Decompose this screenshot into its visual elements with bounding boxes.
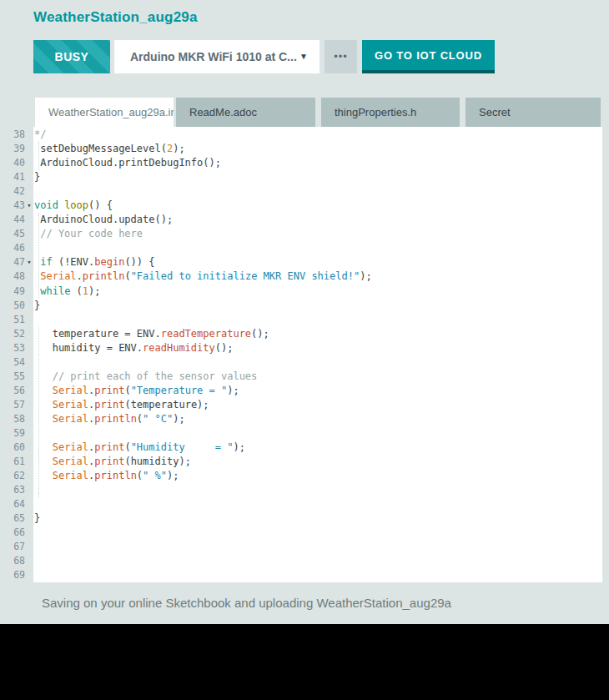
code-text[interactable]: humidity = ENV.readHumidity(); <box>33 341 602 355</box>
code-line[interactable]: 41} <box>0 170 602 184</box>
code-text[interactable]: Serial.print("Temperature = "); <box>33 384 602 398</box>
code-text[interactable]: if (!ENV.begin()) { <box>33 255 602 269</box>
line-number: 52 <box>0 327 25 341</box>
editor-tabs: WeatherStation_aug29a.inoReadMe.adocthin… <box>0 98 609 127</box>
code-text[interactable] <box>33 497 602 511</box>
more-options-button[interactable]: ••• <box>325 40 357 73</box>
gutter-spacer <box>25 128 33 142</box>
code-text[interactable] <box>33 355 602 370</box>
gutter-spacer <box>25 398 33 412</box>
code-line[interactable]: 45 // Your code here <box>0 227 602 241</box>
code-line[interactable]: 40 ArduinoCloud.printDebugInfo(); <box>0 156 602 170</box>
code-line[interactable]: 46 <box>0 241 602 255</box>
code-text[interactable]: Serial.println(" °C"); <box>33 412 602 426</box>
line-number: 45 <box>0 227 25 241</box>
code-text[interactable] <box>33 540 602 554</box>
code-text[interactable]: // Your code here <box>33 227 602 241</box>
code-text[interactable]: // print each of the sensor values <box>33 370 602 384</box>
code-text[interactable]: } <box>33 170 602 184</box>
gutter-spacer <box>25 213 33 227</box>
gutter-spacer <box>25 511 33 526</box>
gutter-spacer <box>25 355 33 370</box>
code-text[interactable] <box>33 483 602 497</box>
code-line[interactable]: 38*/ <box>0 128 602 142</box>
code-line[interactable]: 65} <box>0 511 602 526</box>
code-text[interactable] <box>33 568 602 582</box>
code-line[interactable]: 55 // print each of the sensor values <box>0 370 602 384</box>
gutter-spacer <box>25 370 33 384</box>
code-line[interactable]: 43▾void loop() { <box>0 199 602 213</box>
go-to-iot-cloud-button[interactable]: GO TO IOT CLOUD <box>362 40 495 73</box>
tab-ReadMe.adoc[interactable]: ReadMe.adoc <box>176 98 315 127</box>
code-text[interactable] <box>33 241 602 255</box>
code-line[interactable]: 49 while (1); <box>0 285 602 299</box>
code-text[interactable]: } <box>33 299 602 313</box>
status-message: Saving on your online Sketchbook and upl… <box>42 582 451 624</box>
line-number: 46 <box>0 241 25 255</box>
code-line[interactable]: 44 ArduinoCloud.update(); <box>0 213 602 227</box>
line-number: 56 <box>0 384 25 398</box>
fold-arrow-icon[interactable]: ▾ <box>25 199 33 213</box>
code-line[interactable]: 61 Serial.print(humidity); <box>0 455 602 469</box>
busy-button[interactable]: BUSY <box>33 40 110 73</box>
code-text[interactable]: setDebugMessageLevel(2); <box>33 142 602 156</box>
code-text[interactable]: ArduinoCloud.printDebugInfo(); <box>33 156 602 170</box>
code-text[interactable]: Serial.println("Failed to initialize MKR… <box>33 269 602 284</box>
gutter-spacer <box>25 285 33 299</box>
gutter-spacer <box>25 412 33 426</box>
code-line[interactable]: 60 Serial.print("Humidity = "); <box>0 441 602 455</box>
tab-Secret[interactable]: Secret <box>466 98 601 127</box>
code-line[interactable]: 64 <box>0 497 602 511</box>
code-text[interactable]: Serial.print(humidity); <box>33 455 602 469</box>
gutter-spacer <box>25 156 33 170</box>
code-text[interactable]: Serial.print("Humidity = "); <box>33 441 602 455</box>
code-text[interactable] <box>33 554 602 568</box>
code-line[interactable]: 68 <box>0 554 602 568</box>
line-number: 43 <box>0 199 25 213</box>
code-line[interactable]: 58 Serial.println(" °C"); <box>0 412 602 426</box>
line-number: 48 <box>0 269 25 284</box>
code-line[interactable]: 69 <box>0 568 602 582</box>
code-text[interactable]: temperature = ENV.readTemperature(); <box>33 327 602 341</box>
code-text[interactable]: void loop() { <box>33 199 602 213</box>
line-number: 61 <box>0 455 25 469</box>
code-line[interactable]: 59 <box>0 426 602 441</box>
code-text[interactable] <box>33 426 602 441</box>
code-line[interactable]: 42 <box>0 184 602 199</box>
code-line[interactable]: 56 Serial.print("Temperature = "); <box>0 384 602 398</box>
code-text[interactable]: Serial.print(temperature); <box>33 398 602 412</box>
code-line[interactable]: 51 <box>0 313 602 327</box>
code-text[interactable] <box>33 526 602 540</box>
code-line[interactable]: 57 Serial.print(temperature); <box>0 398 602 412</box>
code-text[interactable]: while (1); <box>33 285 602 299</box>
code-text[interactable] <box>33 184 602 199</box>
code-text[interactable]: ArduinoCloud.update(); <box>33 213 602 227</box>
code-line[interactable]: 48 Serial.println("Failed to initialize … <box>0 269 602 284</box>
code-line[interactable]: 63 <box>0 483 602 497</box>
status-bar: Saving on your online Sketchbook and upl… <box>0 582 609 624</box>
gutter-spacer <box>25 483 33 497</box>
board-selector-value: Arduino MKR WiFi 1010 at C... <box>130 40 297 73</box>
code-text[interactable] <box>33 313 602 327</box>
board-selector-dropdown[interactable]: Arduino MKR WiFi 1010 at C... ▼ <box>114 40 320 73</box>
code-line[interactable]: 67 <box>0 540 602 554</box>
gutter-spacer <box>25 327 33 341</box>
code-rows[interactable]: 38*/39 setDebugMessageLevel(2);40 Arduin… <box>0 127 602 582</box>
code-line[interactable]: 39 setDebugMessageLevel(2); <box>0 142 602 156</box>
code-line[interactable]: 66 <box>0 526 602 540</box>
code-text[interactable]: */ <box>33 128 602 142</box>
code-line[interactable]: 54 <box>0 355 602 370</box>
line-number: 58 <box>0 412 25 426</box>
tab-thingProperties.h[interactable]: thingProperties.h <box>321 98 460 127</box>
fold-arrow-icon[interactable]: ▾ <box>25 255 33 269</box>
line-number: 39 <box>0 142 25 156</box>
code-text[interactable]: Serial.println(" %"); <box>33 469 602 483</box>
bottom-black-panel <box>0 624 609 700</box>
code-line[interactable]: 53 humidity = ENV.readHumidity(); <box>0 341 602 355</box>
code-line[interactable]: 50} <box>0 299 602 313</box>
code-text[interactable]: } <box>33 511 602 526</box>
code-line[interactable]: 62 Serial.println(" %"); <box>0 469 602 483</box>
tab-WeatherStation_aug29a.ino[interactable]: WeatherStation_aug29a.ino <box>35 98 174 127</box>
code-line[interactable]: 52 temperature = ENV.readTemperature(); <box>0 327 602 341</box>
code-line[interactable]: 47▾ if (!ENV.begin()) { <box>0 255 602 269</box>
